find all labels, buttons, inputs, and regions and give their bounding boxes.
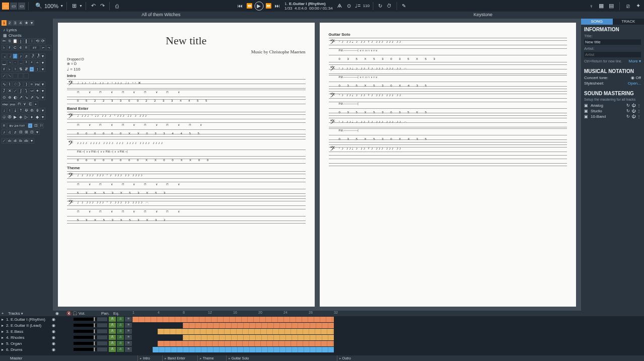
mixer-icon[interactable]: ⎚	[624, 2, 632, 10]
edition-tab-3[interactable]: 3	[13, 20, 18, 26]
automation-button-2[interactable]: ♫	[117, 341, 124, 346]
settings-icon[interactable]: ✦	[634, 2, 642, 10]
timeline-clip[interactable]	[183, 335, 334, 340]
tab-track[interactable]: TRACK	[613, 19, 645, 25]
pan-knob[interactable]	[97, 341, 107, 345]
open-stylesheet-link[interactable]: Open...	[628, 81, 641, 86]
automation-button[interactable]: A	[109, 341, 116, 346]
keyboard-icon[interactable]: ▤	[607, 2, 615, 10]
solo-header-icon[interactable]: 🎧	[73, 311, 79, 316]
speed-icon[interactable]: ⏱	[385, 2, 393, 10]
timeline-clip[interactable]	[158, 341, 334, 346]
automation-button-2[interactable]: ♫	[117, 317, 124, 322]
tab-song[interactable]: SONG	[581, 19, 613, 25]
volume-slider[interactable]	[74, 324, 96, 327]
track-expand-icon[interactable]: ▸	[0, 317, 5, 322]
edition-tab-4[interactable]: 4	[18, 20, 23, 26]
automation-button[interactable]: A	[109, 317, 116, 322]
marker[interactable]: ▸ Band Enter	[162, 355, 187, 361]
pan-knob[interactable]	[97, 347, 107, 351]
tempo-value[interactable]: 110	[363, 4, 370, 8]
track-expand-icon[interactable]: ▸	[0, 323, 5, 328]
undo-icon[interactable]: ↶	[89, 2, 97, 10]
title-input[interactable]	[584, 39, 641, 45]
volume-slider[interactable]	[74, 330, 96, 333]
panel-toggle-1[interactable]: ▭	[2, 3, 9, 10]
tuner-icon[interactable]: ✎	[400, 2, 408, 10]
visibility-icon[interactable]: ◉	[50, 323, 56, 328]
chain-refresh-icon[interactable]: ↻	[626, 109, 630, 113]
whole-note-icon[interactable]: 𝅝	[2, 53, 7, 59]
eq-button[interactable]: ≡	[125, 341, 132, 346]
chain-toggle[interactable]: ▣	[584, 103, 589, 108]
track-name[interactable]: 5. Organ	[5, 341, 50, 346]
track-name[interactable]: 1. E.Guitar I (Rhythm)	[5, 317, 50, 322]
volume-slider[interactable]	[74, 336, 96, 339]
track-expand-icon[interactable]: ▸	[0, 347, 5, 352]
track-expand-icon[interactable]: ▸	[0, 341, 5, 346]
chain-item[interactable]: 10-Band	[591, 114, 625, 119]
chain-menu-icon[interactable]: ⋮	[637, 103, 641, 108]
edition-tab-2[interactable]: 2	[7, 20, 12, 26]
edition-tab-menu[interactable]: ▾	[29, 20, 34, 26]
zoom-level[interactable]: 100%	[44, 3, 58, 9]
chain-menu-icon[interactable]: ⋮	[637, 109, 641, 113]
lyrics-button[interactable]: ♪Lyrics	[2, 27, 51, 33]
automation-button[interactable]: A	[109, 323, 116, 328]
track-name[interactable]: 3. E.Bass	[5, 329, 50, 334]
timeline[interactable]: 148121620242832	[132, 311, 644, 355]
redo-icon[interactable]: ↷	[98, 2, 106, 10]
eq-button[interactable]: ≡	[125, 335, 132, 340]
chain-power-icon[interactable]: ⏻	[631, 103, 635, 108]
metronome-icon[interactable]: Ѧ	[336, 2, 344, 10]
add-track-icon[interactable]: +	[0, 311, 5, 316]
chain-toggle[interactable]: ▣	[584, 114, 589, 119]
eighth-note-icon[interactable]: ♪	[18, 53, 23, 59]
automation-button-2[interactable]: ♫	[117, 329, 124, 334]
volume-slider[interactable]	[74, 348, 96, 351]
automation-button-2[interactable]: ♫	[117, 335, 124, 340]
quarter-note-icon[interactable]: ♩	[13, 53, 18, 59]
concert-radio[interactable]: ◉	[631, 76, 634, 80]
skip-start-icon[interactable]: ⏮	[236, 2, 244, 10]
more-link[interactable]: More ▾	[629, 59, 641, 63]
score-viewport[interactable]: New title Music by Christophe Maerten Dr…	[53, 19, 581, 311]
master-track[interactable]: Master	[0, 355, 132, 361]
visibility-icon[interactable]: ◉	[50, 341, 56, 346]
pan-knob[interactable]	[97, 329, 107, 333]
pan-knob[interactable]	[97, 317, 107, 321]
visibility-icon[interactable]: ◉	[50, 317, 56, 322]
section-markers[interactable]: ▸ Intro▸ Band Enter▸ Theme▸ Guitar Solo▸…	[132, 355, 644, 361]
tempo-icon[interactable]: ♩=	[354, 2, 362, 10]
track-name[interactable]: 6. Drums	[5, 347, 50, 352]
track-expand-icon[interactable]: ▸	[0, 335, 5, 340]
rewind-icon[interactable]: ⏪	[245, 2, 253, 10]
chords-button[interactable]: ▦Chords	[2, 33, 51, 38]
marker[interactable]: ▸ Outro	[337, 355, 353, 361]
half-note-icon[interactable]: 𝅗𝅥	[7, 53, 12, 59]
timeline-clip[interactable]	[132, 317, 334, 322]
timeline-ruler[interactable]: 148121620242832	[132, 311, 644, 316]
chevron-down-icon[interactable]: ▼	[79, 4, 83, 8]
doc-tab-left[interactable]: All of them Witches	[0, 12, 322, 19]
timeline-clip[interactable]	[153, 347, 334, 352]
artist-input[interactable]	[584, 52, 641, 57]
eye-icon[interactable]: ◉	[55, 311, 61, 316]
loop-icon[interactable]: ↻	[376, 2, 384, 10]
volume-slider[interactable]	[74, 342, 96, 345]
volume-slider[interactable]	[74, 318, 96, 321]
chain-item[interactable]: Analog	[591, 103, 625, 108]
automation-button[interactable]: A	[109, 329, 116, 334]
visibility-icon[interactable]: ◉	[50, 329, 56, 334]
visibility-icon[interactable]: ◉	[50, 347, 56, 352]
play-button[interactable]: ▶	[254, 2, 263, 11]
track-expand-icon[interactable]: ▸	[0, 329, 5, 334]
panel-toggle-2[interactable]: ▭	[10, 3, 17, 10]
eq-button[interactable]: ≡	[125, 323, 132, 328]
timeline-clip[interactable]	[158, 329, 334, 334]
cut-icon[interactable]: ✂	[2, 38, 7, 44]
fretboard-icon[interactable]: ▦	[597, 2, 605, 10]
palm-mute-button[interactable]: PM	[35, 82, 40, 87]
eq-button[interactable]: ≡	[125, 317, 132, 322]
paste-icon[interactable]: 📋	[13, 38, 18, 44]
